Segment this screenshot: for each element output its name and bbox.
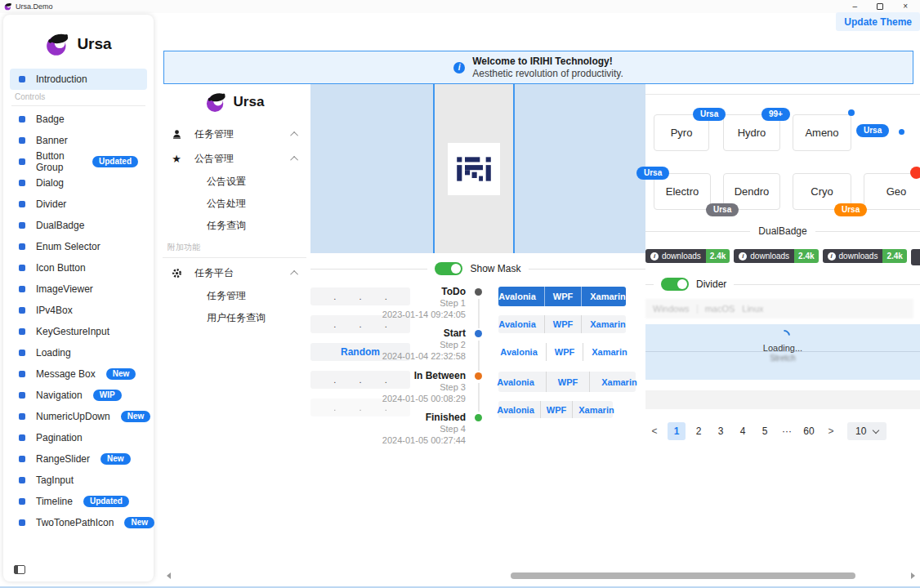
sidebar-item-dualbadge[interactable]: DualBadge — [10, 215, 147, 236]
xamarin-button[interactable]: Xamarin — [581, 315, 633, 333]
page-size-select[interactable]: 10 — [847, 422, 887, 440]
prev-page-button[interactable]: < — [645, 422, 663, 440]
sidebar-item-ipv4box[interactable]: IPv4Box — [10, 300, 147, 321]
card-label: Electro — [666, 185, 699, 198]
update-theme-button[interactable]: Update Theme — [836, 12, 920, 31]
dot-badge — [899, 129, 904, 135]
sidebar-item-imageviewer[interactable]: ImageViewer — [10, 278, 147, 300]
sidebar-item-badge[interactable]: Badge — [10, 109, 147, 130]
card-label: Cryo — [811, 185, 833, 198]
close-button[interactable]: × — [903, 2, 908, 11]
octet-separator: . — [333, 375, 336, 385]
sidebar-item-message-box[interactable]: Message BoxNew — [10, 363, 147, 385]
menu-group-task-management[interactable]: 任务管理 — [159, 122, 310, 146]
menu-item-user-task-query[interactable]: 用户任务查询 — [159, 307, 310, 329]
xamarin-button[interactable]: Xamarin — [581, 287, 633, 306]
star-icon: ★ — [171, 153, 182, 164]
menu-group-task-platform[interactable]: 任务平台 — [159, 261, 310, 285]
timeline: ToDo Step 1 2023-01-14 09:24:05 Start St… — [351, 286, 482, 457]
menu-section-extras: 附加功能 — [163, 237, 306, 258]
sidebar-item-enum-selector[interactable]: Enum Selector — [10, 236, 147, 257]
sidebar-item-icon-button[interactable]: Icon Button — [10, 257, 147, 278]
avalonia-button[interactable]: Avalonia — [491, 401, 539, 418]
divider-demo-label: Divider — [696, 278, 726, 290]
sidebar-item-rangeslider[interactable]: RangeSliderNew — [10, 448, 147, 470]
ursa-badge: Ursa — [636, 167, 669, 180]
scrollbar-thumb[interactable] — [511, 572, 855, 579]
page-button-2[interactable]: 2 — [690, 422, 708, 440]
bullet-icon — [19, 265, 25, 271]
menu-group-announcement[interactable]: ★ 公告管理 — [159, 146, 310, 171]
sidebar-item-navigation[interactable]: NavigationWIP — [10, 385, 147, 406]
wpf-button[interactable]: WPF — [544, 287, 581, 306]
sidebar-item-dialog[interactable]: Dialog — [10, 172, 147, 194]
wpf-button[interactable]: WPF — [546, 343, 583, 361]
octet-separator: . — [333, 292, 336, 301]
banner-title: Welcome to IRIHI Technology! — [472, 56, 623, 68]
sidebar-item-introduction[interactable]: Introduction — [10, 69, 147, 90]
dual-badge-value: 2.4k — [794, 249, 818, 263]
sidebar-item-label: Timeline — [36, 496, 73, 507]
dual-badge-key: idownloads — [734, 249, 794, 263]
wpf-button[interactable]: WPF — [540, 401, 572, 418]
avalonia-button[interactable]: Avalonia — [485, 372, 545, 392]
menu-group-label: 公告管理 — [194, 152, 234, 166]
sidebar-item-timeline[interactable]: TimelineUpdated — [10, 491, 147, 512]
window-title: Ursa.Demo — [16, 2, 53, 11]
menu-item-task-management[interactable]: 任务管理 — [159, 285, 310, 307]
sidebar-item-label: ImageViewer — [36, 283, 93, 295]
page-button-1[interactable]: 1 — [668, 422, 686, 440]
avalonia-button[interactable]: Avalonia — [490, 315, 543, 333]
sidebar-collapse-icon[interactable] — [14, 565, 25, 574]
chevron-up-icon — [290, 131, 298, 139]
sidebar-item-taginput[interactable]: TagInput — [10, 470, 147, 491]
sidebar-item-banner[interactable]: Banner — [10, 130, 147, 151]
xamarin-button[interactable]: Xamarin — [583, 343, 635, 361]
sidebar-item-label: Navigation — [36, 390, 83, 401]
menu-item-task-query[interactable]: 任务查询 — [159, 215, 310, 237]
divider-line — [645, 231, 750, 232]
bullet-icon — [19, 76, 25, 82]
image-viewer[interactable] — [310, 84, 645, 253]
divider-toggle[interactable] — [661, 278, 689, 291]
sidebar-item-button-group[interactable]: Button GroupUpdated — [10, 151, 147, 172]
bullet-icon — [19, 350, 25, 356]
xamarin-button[interactable]: Xamarin — [572, 401, 619, 418]
maximize-button[interactable] — [877, 3, 883, 10]
iri-logo-icon — [456, 151, 492, 187]
timeline-date: 2024-01-05 00:08:29 — [351, 393, 466, 404]
scroll-left-arrow[interactable] — [167, 572, 171, 579]
sidebar-item-label: Badge — [36, 114, 65, 125]
timeline-step: Step 3 — [351, 381, 466, 393]
sidebar-item-divider[interactable]: Divider — [10, 194, 147, 215]
scroll-right-arrow[interactable] — [911, 572, 915, 579]
next-page-button[interactable]: > — [822, 422, 840, 440]
page-button-3[interactable]: 3 — [712, 422, 730, 440]
avalonia-button[interactable]: Avalonia — [490, 287, 543, 306]
sidebar-item-pagination[interactable]: Pagination — [10, 427, 147, 448]
xamarin-button[interactable]: Xamarin — [589, 372, 648, 392]
horizontal-scrollbar — [160, 571, 920, 581]
menu-item-announcement-process[interactable]: 公告处理 — [159, 193, 310, 215]
button-group-borderless: Avalonia WPF Xamarin — [498, 343, 629, 361]
sidebar-item-loading[interactable]: Loading — [10, 342, 147, 363]
wpf-button[interactable]: WPF — [546, 372, 589, 392]
bullet-icon — [19, 519, 25, 526]
page-ellipsis[interactable]: ··· — [778, 422, 796, 440]
ursa-badge: Ursa — [693, 108, 726, 121]
show-mask-toggle[interactable] — [435, 262, 462, 275]
sidebar-item-twotonepathicon[interactable]: TwoTonePathIconNew — [10, 512, 147, 533]
ursa-logo-icon — [205, 91, 228, 114]
page-button-4[interactable]: 4 — [734, 422, 752, 440]
page-button-60[interactable]: 60 — [800, 422, 818, 440]
sidebar-item-numericupdown[interactable]: NumericUpDownNew — [10, 406, 147, 427]
page-button-5[interactable]: 5 — [756, 422, 774, 440]
sidebar-item-label: NumericUpDown — [36, 411, 110, 422]
dualbadge-divider: DualBadge — [645, 225, 920, 237]
timeline-step: Step 1 — [351, 297, 466, 309]
sidebar-item-keygestureinput[interactable]: KeyGestureInput — [10, 321, 147, 342]
minimize-button[interactable]: – — [853, 2, 858, 11]
menu-item-announcement-settings[interactable]: 公告设置 — [159, 171, 310, 193]
wpf-button[interactable]: WPF — [544, 315, 581, 333]
avalonia-button[interactable]: Avalonia — [492, 343, 545, 361]
